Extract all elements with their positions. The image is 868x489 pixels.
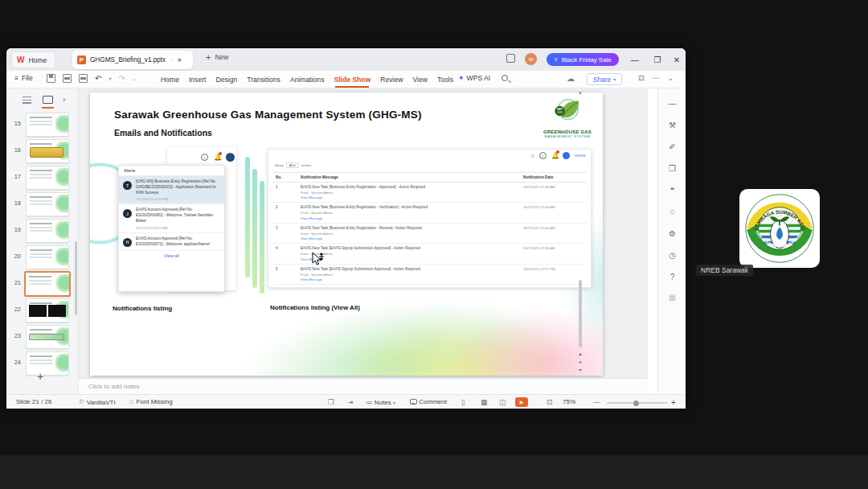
menu-view[interactable]: View xyxy=(412,76,427,84)
cloud-sync-icon[interactable]: ☁ xyxy=(567,74,575,83)
help-icon[interactable]: ? xyxy=(658,273,686,281)
close-button[interactable]: ✕ xyxy=(665,48,688,71)
black-friday-sale-button[interactable]: ⚡ Black Friday Sale xyxy=(547,53,619,66)
apps-icon[interactable]: ▦ xyxy=(658,293,686,302)
normal-view-icon[interactable]: ▯ xyxy=(461,398,465,406)
slide-21[interactable]: Sarawak Greenhouse Gas Management System… xyxy=(90,92,603,376)
task-window-icon[interactable]: ❒ xyxy=(328,398,334,406)
share-button[interactable]: Share ▾ xyxy=(587,73,622,85)
print-icon[interactable] xyxy=(63,74,72,83)
slide-view-icon[interactable] xyxy=(43,96,53,104)
zoom-level[interactable]: 75% xyxy=(563,398,575,405)
save-icon[interactable] xyxy=(47,74,55,83)
slide-thumbnail[interactable]: 23 xyxy=(6,325,79,349)
menu-slide-show[interactable]: Slide Show xyxy=(334,76,371,84)
scrollbar-thumb[interactable] xyxy=(579,280,582,347)
undo-icon[interactable]: ↶ xyxy=(95,74,101,83)
prev-slide-icon[interactable]: ▲ xyxy=(576,351,584,359)
print-preview-icon[interactable] xyxy=(79,74,88,83)
slide-thumbnail[interactable]: 16 xyxy=(6,139,79,163)
row-number: 4 xyxy=(273,246,301,261)
user-avatar[interactable]: W xyxy=(525,53,537,65)
smart-edit-icon[interactable]: ✐ xyxy=(658,142,686,151)
document-tab[interactable]: P GHGMS_Briefing_v1.pptx ◌ ✱ xyxy=(72,51,193,69)
slide-thumbnail[interactable]: 21 xyxy=(6,272,79,296)
slide-title: Sarawak Greenhouse Gas Management System… xyxy=(114,109,564,121)
minimize-button[interactable]: — xyxy=(624,48,646,71)
notes-placeholder: Click to add notes xyxy=(88,383,140,390)
menubar-right-icons: ⊡ ⋯ ⌄ xyxy=(638,74,674,82)
slide-thumbnail[interactable]: 20 xyxy=(6,245,79,269)
table-header-row: No. Notification Message Notification Da… xyxy=(273,172,588,183)
comment-button[interactable]: Comment xyxy=(410,398,447,405)
menu-transitions[interactable]: Transitions xyxy=(247,76,280,84)
add-slide-button[interactable]: + xyxy=(37,370,43,383)
slide-sorter-view-icon[interactable]: ▦ xyxy=(481,398,487,406)
menu-animations[interactable]: Animations xyxy=(290,76,325,84)
zoom-slider-handle[interactable] xyxy=(633,401,639,406)
menu-design[interactable]: Design xyxy=(215,76,237,84)
alert-avatar: J xyxy=(123,209,132,218)
row-number: 3 xyxy=(273,226,301,241)
slide-number: 19 xyxy=(8,226,21,233)
reading-view-icon[interactable]: ◫ xyxy=(499,398,506,406)
slide-thumbnail-preview xyxy=(26,325,69,349)
warning-icon: ⚠ xyxy=(129,398,134,405)
slide-number: 24 xyxy=(8,359,21,366)
zoom-out-icon[interactable]: — xyxy=(593,398,600,406)
star-icon[interactable]: ☆ xyxy=(658,208,686,216)
slide-number: 20 xyxy=(8,253,21,260)
outline-view-icon[interactable] xyxy=(23,97,31,104)
fullscreen-icon[interactable]: ⊡ xyxy=(547,398,552,406)
comment-icon[interactable]: ❝ xyxy=(658,186,686,195)
zoom-in-icon[interactable]: + xyxy=(671,398,676,407)
slideshow-play-button[interactable]: ▶ xyxy=(515,397,528,407)
tools-icon[interactable]: ⚒ xyxy=(658,121,686,129)
more-options-icon[interactable]: ⋯ xyxy=(653,74,660,82)
wps-ai-button[interactable]: ✦ WPS AI xyxy=(458,74,490,82)
caption-right: Notifications listing (View All) xyxy=(270,304,360,311)
scroll-up-icon[interactable]: ▲ xyxy=(578,90,583,95)
alert-text: [GHG-MS] Business Entity Registration [R… xyxy=(136,179,220,195)
collapse-ribbon-icon[interactable]: ⌄ xyxy=(668,74,674,82)
menu-home[interactable]: Home xyxy=(161,76,179,84)
notes-bar[interactable]: Click to add notes xyxy=(79,378,648,394)
row-view-message-link: View Message xyxy=(301,195,523,200)
notes-toggle[interactable]: ≔ Notes ▾ xyxy=(366,398,395,406)
history-icon[interactable]: ◷ xyxy=(658,251,686,260)
search-icon[interactable] xyxy=(502,75,508,81)
prev-slide-double-icon[interactable]: ⏶ xyxy=(576,359,584,367)
tab-list-icon[interactable] xyxy=(506,54,515,63)
slide-panel-scrollbar[interactable] xyxy=(75,241,77,315)
slide-thumbnail[interactable]: 18 xyxy=(6,192,79,216)
menu-tools[interactable]: Tools xyxy=(437,76,453,84)
menu-insert[interactable]: Insert xyxy=(189,76,207,84)
row-number: 5 xyxy=(273,267,301,282)
svg-text:2050: 2050 xyxy=(557,111,563,114)
panel-expand-icon[interactable]: › xyxy=(63,95,65,104)
collapse-icon[interactable]: — xyxy=(658,99,686,108)
redo-icon[interactable]: ↷ xyxy=(118,74,125,83)
slide-counter: Slide 21 / 26 xyxy=(16,398,51,405)
slide-number: 18 xyxy=(8,199,21,207)
home-tab[interactable]: W Home xyxy=(11,51,55,68)
file-menu-button[interactable]: ≡ File xyxy=(14,74,33,82)
notes-icon: ≔ xyxy=(366,398,373,406)
slide-thumbnail[interactable]: 17 xyxy=(6,166,79,190)
editing-canvas[interactable]: Sarawak Greenhouse Gas Management System… xyxy=(79,88,648,378)
slide-thumbnail[interactable]: 19 xyxy=(6,219,79,243)
slide-thumbnail[interactable]: 15 xyxy=(6,113,79,137)
slide-thumbnail[interactable]: 22 xyxy=(6,298,79,323)
font-missing-warning[interactable]: ⚠ Font Missing xyxy=(129,398,173,405)
menu-review[interactable]: Review xyxy=(380,76,403,84)
zoom-slider[interactable] xyxy=(607,402,668,404)
theme-indicator[interactable]: ⚐ VanillaVTI xyxy=(79,398,116,406)
side-toolbar: —⚒✐❐❝☆⚙◷?▦ xyxy=(657,88,686,394)
shapes-icon[interactable]: ❐ xyxy=(658,164,686,173)
new-tab-button[interactable]: + New xyxy=(206,52,228,62)
row-message: EnVIS New Task [EnVIS Signup Submission … xyxy=(301,267,523,273)
jump-icon[interactable]: ⇥ xyxy=(347,398,353,406)
switch-view-icon[interactable]: ⊡ xyxy=(638,74,645,82)
settings-icon[interactable]: ⚙ xyxy=(658,229,686,238)
next-slide-double-icon[interactable]: ⏷ xyxy=(576,367,584,375)
